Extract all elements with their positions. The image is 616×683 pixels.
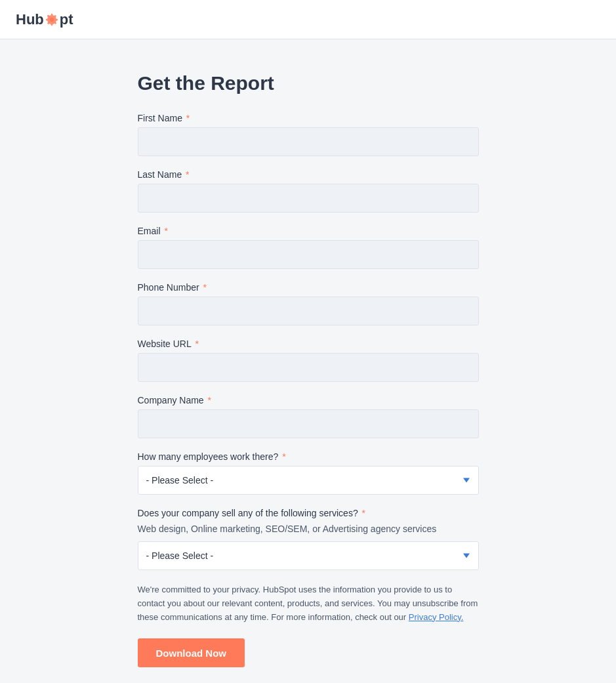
email-group: Email *: [138, 226, 479, 269]
form-title: Get the Report: [138, 72, 479, 94]
services-select[interactable]: - Please Select - Yes No: [138, 541, 479, 570]
phone-label: Phone Number *: [138, 282, 479, 293]
required-star: *: [279, 451, 285, 462]
download-now-button[interactable]: Download Now: [138, 638, 245, 667]
first-name-label: First Name *: [138, 113, 479, 123]
last-name-label: Last Name *: [138, 169, 479, 180]
first-name-group: First Name *: [138, 113, 479, 156]
first-name-input[interactable]: [138, 127, 479, 156]
required-star: *: [201, 282, 207, 293]
required-star: *: [205, 395, 211, 405]
company-input[interactable]: [138, 409, 479, 438]
required-star: *: [162, 226, 168, 236]
employees-select-wrapper: - Please Select - 1-5 6-25 26-200 201-10…: [138, 466, 479, 495]
last-name-group: Last Name *: [138, 169, 479, 213]
services-select-wrapper: - Please Select - Yes No: [138, 541, 479, 570]
header: Hub pt: [0, 0, 616, 39]
employees-label: How many employees work there? *: [138, 451, 479, 462]
employees-select[interactable]: - Please Select - 1-5 6-25 26-200 201-10…: [138, 466, 479, 495]
logo-spot-text: pt: [60, 11, 73, 28]
phone-group: Phone Number *: [138, 282, 479, 325]
company-group: Company Name *: [138, 395, 479, 438]
services-description: Web design, Online marketing, SEO/SEM, o…: [138, 522, 479, 536]
required-star: *: [183, 169, 189, 180]
hubspot-logo: Hub pt: [16, 11, 73, 28]
privacy-text: We're committed to your privacy. HubSpot…: [138, 583, 479, 624]
website-label: Website URL *: [138, 339, 479, 349]
services-group: Does your company sell any of the follow…: [138, 508, 479, 570]
company-label: Company Name *: [138, 395, 479, 405]
form-container: Get the Report First Name * Last Name * …: [138, 72, 479, 667]
main-content: Get the Report First Name * Last Name * …: [0, 39, 616, 683]
logo-hub-text: Hub: [16, 11, 44, 28]
last-name-input[interactable]: [138, 184, 479, 213]
website-input[interactable]: [138, 353, 479, 382]
required-star: *: [359, 508, 365, 518]
privacy-policy-link[interactable]: Privacy Policy.: [409, 612, 464, 622]
email-input[interactable]: [138, 240, 479, 269]
services-label: Does your company sell any of the follow…: [138, 508, 479, 518]
employees-group: How many employees work there? * - Pleas…: [138, 451, 479, 495]
required-star: *: [184, 113, 190, 123]
phone-input[interactable]: [138, 297, 479, 325]
required-star: *: [193, 339, 199, 349]
sprocket-icon: [45, 12, 59, 27]
email-label: Email *: [138, 226, 479, 236]
website-group: Website URL *: [138, 339, 479, 382]
